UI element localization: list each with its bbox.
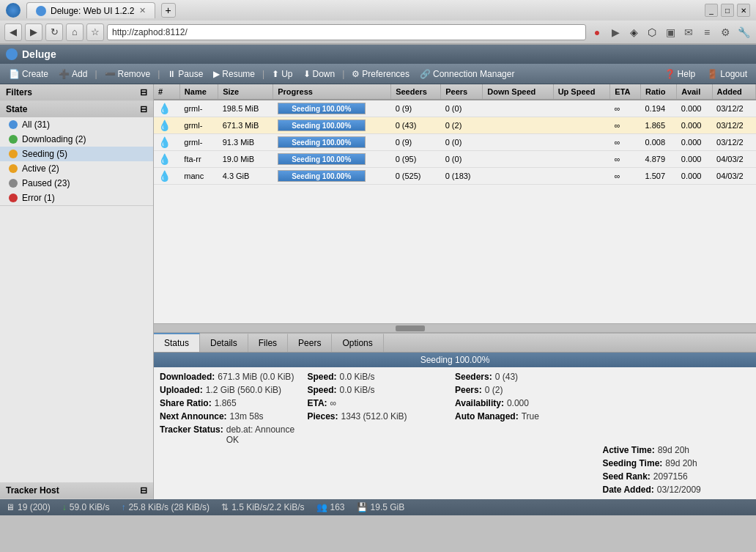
close-button[interactable]: ✕ [737, 4, 750, 17]
col-name[interactable]: Name [179, 84, 218, 100]
filters-section: Filters ⊟ [0, 84, 153, 101]
uploaded-row: Uploaded: 1.2 GiB (560.0 KiB) [160, 385, 308, 395]
tab-close-button[interactable]: ✕ [139, 6, 146, 15]
date-added-row2: Date Added: 03/12/2009 [603, 485, 751, 495]
tab-details[interactable]: Details [200, 334, 248, 352]
up-button[interactable]: ⬆ Up [267, 67, 297, 81]
seed-rank-row2: Seed Rank: 2097156 [603, 471, 751, 482]
up-icon: ⬆ [272, 69, 279, 79]
forward-button[interactable]: ▶ [25, 23, 42, 41]
sidebar-item-error[interactable]: Error (1) [0, 191, 153, 205]
new-tab-button[interactable]: + [161, 3, 176, 18]
filters-header[interactable]: Filters ⊟ [0, 84, 153, 100]
table-row[interactable]: 💧 grml- 91.3 MiB Seeding 100.00% 0 (9) 0… [154, 134, 756, 151]
peers-icon: 👥 [316, 502, 327, 512]
col-ratio[interactable]: Ratio [640, 84, 676, 100]
help-button[interactable]: ❓ Help [660, 67, 700, 81]
connection-manager-button[interactable]: 🔗 Connection Manager [415, 67, 519, 81]
remove-button[interactable]: ➖ Remove [100, 67, 155, 81]
preferences-button[interactable]: ⚙ Preferences [347, 67, 414, 81]
create-button[interactable]: 📄 Create [4, 67, 53, 81]
back-button[interactable]: ◀ [4, 23, 22, 41]
vpn-icon[interactable]: ⬡ [644, 24, 660, 40]
downloading-icon [9, 135, 18, 144]
reload-button[interactable]: ↻ [45, 23, 63, 41]
col-peers[interactable]: Peers [441, 84, 483, 100]
home-button[interactable]: ⌂ [66, 23, 84, 41]
sidebar-item-paused[interactable]: Paused (23) [0, 176, 153, 191]
menu-icon[interactable]: ≡ [699, 24, 715, 40]
disk-status: 💾 19.5 GiB [357, 502, 405, 512]
col-progress[interactable]: Progress [273, 84, 391, 100]
browser-logo [6, 3, 21, 18]
app-header: Deluge [0, 45, 756, 64]
col-size[interactable]: Size [218, 84, 273, 100]
sidebar-item-seeding[interactable]: Seeding (5) [0, 147, 153, 161]
app: Deluge 📄 Create ➕ Add | ➖ Remove | ⏸ Pau… [0, 45, 756, 499]
peers-row: Peers: 0 (2) [455, 385, 603, 395]
tor-icon[interactable]: ◈ [626, 24, 642, 40]
tracker-host-header[interactable]: Tracker Host ⊟ [0, 482, 153, 498]
col-seeders[interactable]: Seeders [391, 84, 441, 100]
col-up-speed[interactable]: Up Speed [553, 84, 610, 100]
table-row[interactable]: 💧 grml- 198.5 MiB Seeding 100.00% 0 (9) … [154, 100, 756, 117]
col-num[interactable]: # [154, 84, 179, 100]
col-avail[interactable]: Avail [677, 84, 712, 100]
tracker-collapse-icon: ⊟ [140, 485, 147, 496]
play-icon[interactable]: ▶ [607, 24, 623, 40]
state-header[interactable]: State ⊟ [0, 101, 153, 117]
table-row[interactable]: 💧 manc 4.3 GiB Seeding 100.00% 0 (525) 0… [154, 168, 756, 185]
col-eta[interactable]: ETA [610, 84, 641, 100]
all-icon [9, 120, 18, 129]
scrollbar-thumb[interactable] [396, 325, 425, 331]
chromium-icon[interactable]: ● [589, 24, 605, 40]
peers-status: 👥 163 [316, 502, 345, 512]
pause-button[interactable]: ⏸ Pause [163, 67, 207, 81]
add-button[interactable]: ➕ Add [54, 67, 92, 81]
help-icon: ❓ [664, 69, 675, 79]
horizontal-scrollbar[interactable] [154, 323, 756, 332]
separator3: | [262, 69, 264, 79]
tracker-host-section: Tracker Host ⊟ [0, 482, 153, 499]
sidebar-item-active[interactable]: Active (2) [0, 161, 153, 176]
sidebar-item-downloading[interactable]: Downloading (2) [0, 132, 153, 147]
separator4: | [342, 69, 344, 79]
sidebar-item-all[interactable]: All (31) [0, 117, 153, 132]
col-down-speed[interactable]: Down Speed [483, 84, 553, 100]
separator1: | [94, 69, 97, 79]
down-icon: ⬇ [303, 69, 311, 79]
torrent-table[interactable]: # Name Size Progress Seeders Peers Down … [154, 84, 756, 323]
tracker-status-row: Tracker Status: deb.at: Announce OK [160, 424, 308, 445]
tab-options[interactable]: Options [332, 334, 383, 352]
separator2: | [158, 69, 160, 79]
maximize-button[interactable]: □ [721, 4, 734, 17]
table-row[interactable]: 💧 fta-rr 19.0 MiB Seeding 100.00% 0 (95)… [154, 151, 756, 168]
paused-icon [9, 179, 18, 188]
minimize-button[interactable]: _ [705, 4, 718, 17]
browser-titlebar: Deluge: Web UI 1.2.2 ✕ + _ □ ✕ [0, 0, 756, 21]
bookmark-button[interactable]: ☆ [86, 23, 104, 41]
extension-icon[interactable]: 🔧 [735, 24, 752, 40]
tab-files[interactable]: Files [248, 334, 288, 352]
active-icon [9, 164, 18, 173]
resume-button[interactable]: ▶ Resume [209, 67, 259, 81]
eta-row: ETA: ∞ [308, 398, 456, 408]
logout-button[interactable]: 🚪 Logout [703, 67, 752, 81]
browser-tab[interactable]: Deluge: Web UI 1.2.2 ✕ [26, 2, 155, 18]
app-actions: ❓ Help 🚪 Logout [660, 67, 752, 81]
nav-icons: ● ▶ ◈ ⬡ ▣ ✉ ≡ ⚙ 🔧 [589, 24, 752, 40]
resume-icon: ▶ [213, 69, 220, 79]
table-row[interactable]: 💧 grml- 671.3 MiB Seeding 100.00% 0 (43)… [154, 117, 756, 134]
tab-status[interactable]: Status [154, 333, 200, 352]
down-button[interactable]: ⬇ Down [299, 67, 340, 81]
address-bar[interactable] [107, 24, 586, 40]
tab-peers[interactable]: Peers [288, 334, 332, 352]
col-added[interactable]: Added [712, 84, 755, 100]
create-icon: 📄 [9, 69, 20, 79]
mail-icon[interactable]: ✉ [681, 24, 697, 40]
app-title: Deluge [22, 48, 56, 60]
settings-icon[interactable]: ⚙ [717, 24, 733, 40]
screen-icon[interactable]: ▣ [662, 24, 678, 40]
tab-title: Deluge: Web UI 1.2.2 [51, 6, 135, 16]
tab-favicon [36, 6, 46, 16]
